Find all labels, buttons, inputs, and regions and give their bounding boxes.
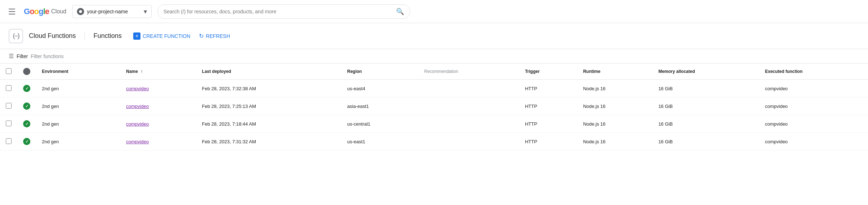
status-success-icon [23,102,30,110]
function-link[interactable]: compvideo [126,139,149,144]
row-executed-function: compvideo [759,80,868,97]
row-checkbox-3[interactable] [6,138,12,144]
top-navigation: Google Cloud your-project-name ▾ 🔍 [0,0,868,23]
row-trigger: HTTP [519,97,577,115]
header-status-dot [23,68,30,75]
table-header-row: Environment Name ↑ Last deployed Region … [0,64,868,80]
service-icon: (···) [9,29,23,43]
page-header: (···) Cloud Functions Functions + CREATE… [0,23,868,49]
search-bar[interactable]: 🔍 [157,4,410,19]
row-environment: 2nd gen [36,115,120,133]
row-memory-allocated: 16 GiB [652,115,759,133]
header-memory-allocated[interactable]: Memory allocated [652,64,759,80]
row-executed-function: compvideo [759,133,868,151]
row-executed-function: compvideo [759,97,868,115]
header-trigger[interactable]: Trigger [519,64,577,80]
refresh-label: REFRESH [206,33,230,39]
row-environment: 2nd gen [36,97,120,115]
row-region: asia-east1 [342,97,418,115]
row-memory-allocated: 16 GiB [652,133,759,151]
function-link[interactable]: compvideo [126,121,149,127]
chevron-down-icon: ▾ [144,8,147,16]
header-runtime[interactable]: Runtime [577,64,653,80]
row-executed-function: compvideo [759,115,868,133]
filter-bar: ☰ Filter Filter functions [0,49,868,64]
row-recommendation [418,97,519,115]
functions-table-container: Environment Name ↑ Last deployed Region … [0,64,868,151]
row-last-deployed: Feb 28, 2023, 7:18:44 AM [196,115,341,133]
table-row: 2nd gen compvideo Feb 28, 2023, 7:32:38 … [0,80,868,97]
row-trigger: HTTP [519,80,577,97]
row-runtime: Node.js 16 [577,115,653,133]
filter-label: Filter [17,53,28,59]
row-checkbox-0[interactable] [6,85,12,91]
row-status-cell [17,133,36,151]
project-selector[interactable]: your-project-name ▾ [72,5,152,18]
row-recommendation [418,80,519,97]
header-recommendation: Recommendation [418,64,519,80]
header-environment[interactable]: Environment [36,64,120,80]
table-row: 2nd gen compvideo Feb 28, 2023, 7:31:32 … [0,133,868,151]
select-all-checkbox[interactable] [6,68,12,74]
row-region: us-central1 [342,115,418,133]
row-trigger: HTTP [519,133,577,151]
filter-input-placeholder[interactable]: Filter functions [31,53,64,59]
row-last-deployed: Feb 28, 2023, 7:32:38 AM [196,80,341,97]
project-name-label: your-project-name [87,9,141,14]
create-function-label: CREATE FUNCTION [143,33,190,39]
row-checkbox-cell [0,97,17,115]
header-region[interactable]: Region [342,64,418,80]
google-logo-text: Google [24,7,49,16]
page-title: Functions [94,32,122,40]
row-runtime: Node.js 16 [577,133,653,151]
row-runtime: Node.js 16 [577,97,653,115]
row-status-cell [17,80,36,97]
row-status-cell [17,97,36,115]
filter-icon: ☰ [9,53,14,60]
header-executed-function[interactable]: Executed function [759,64,868,80]
row-checkbox-1[interactable] [6,103,12,109]
table-row: 2nd gen compvideo Feb 28, 2023, 7:18:44 … [0,115,868,133]
row-region: us-east1 [342,133,418,151]
row-name: compvideo [120,97,196,115]
row-last-deployed: Feb 28, 2023, 7:25:13 AM [196,97,341,115]
row-runtime: Node.js 16 [577,80,653,97]
row-trigger: HTTP [519,115,577,133]
cloud-logo-text: Cloud [51,8,66,15]
header-actions: + CREATE FUNCTION ↻ REFRESH [130,30,233,42]
function-link[interactable]: compvideo [126,104,149,109]
refresh-icon: ↻ [199,32,204,39]
project-dot-icon [77,8,84,15]
row-last-deployed: Feb 28, 2023, 7:31:32 AM [196,133,341,151]
refresh-button[interactable]: ↻ REFRESH [196,30,233,42]
row-checkbox-cell [0,133,17,151]
row-name: compvideo [120,80,196,97]
row-environment: 2nd gen [36,133,120,151]
status-success-icon [23,138,30,145]
header-name[interactable]: Name ↑ [120,64,196,80]
status-success-icon [23,120,30,127]
row-checkbox-cell [0,80,17,97]
row-status-cell [17,115,36,133]
row-checkbox-cell [0,115,17,133]
status-success-icon [23,85,30,92]
table-row: 2nd gen compvideo Feb 28, 2023, 7:25:13 … [0,97,868,115]
row-name: compvideo [120,133,196,151]
row-checkbox-2[interactable] [6,121,12,126]
row-recommendation [418,133,519,151]
search-icon[interactable]: 🔍 [396,8,404,16]
header-status-col [17,64,36,80]
function-link[interactable]: compvideo [126,86,149,91]
google-cloud-logo[interactable]: Google Cloud [24,7,66,16]
row-memory-allocated: 16 GiB [652,97,759,115]
create-function-button[interactable]: + CREATE FUNCTION [130,30,193,42]
functions-table: Environment Name ↑ Last deployed Region … [0,64,868,151]
row-environment: 2nd gen [36,80,120,97]
header-last-deployed[interactable]: Last deployed [196,64,341,80]
hamburger-menu-icon[interactable] [6,6,18,17]
row-recommendation [418,115,519,133]
search-input[interactable] [164,9,393,14]
row-name: compvideo [120,115,196,133]
header-checkbox-cell [0,64,17,80]
service-icon-text: (···) [13,32,19,40]
